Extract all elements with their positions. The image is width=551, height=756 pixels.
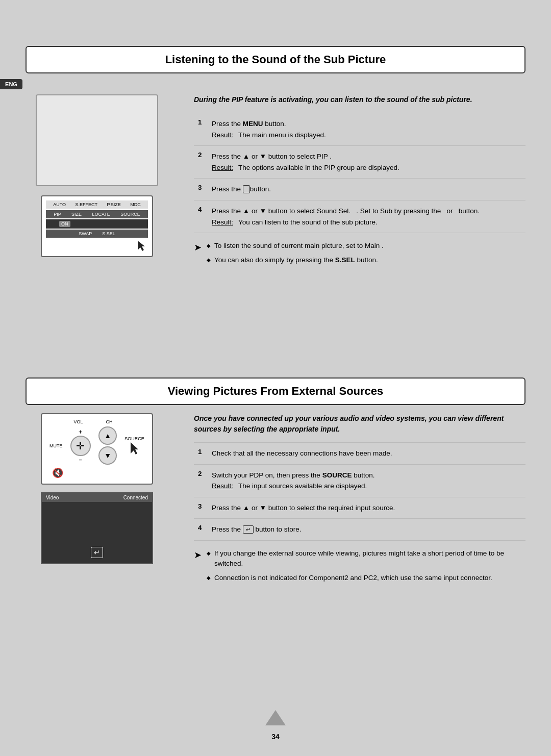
ch-control: ▲ ▼ [98,426,117,465]
s2-step2-num: 2 [194,464,209,497]
section2-notes: ➤ If you change the external source whil… [194,548,525,588]
page: ENG Listening to the Sound of the Sub Pi… [0,0,551,756]
menu-bold: MENU [243,120,263,128]
step4-result-text: You can listen to the sound of the sub p… [238,217,378,228]
vol-minus: － [78,456,83,464]
s2-notes-arrow-icon: ➤ [194,549,202,588]
ch-down-icon: ▼ [104,451,111,460]
video-label: Video [46,495,59,500]
step1-result-text: The main menu is displayed. [238,130,326,141]
section2-intro: Once you have connected up your various … [194,413,525,435]
section1-intro: During the PIP feature is activating, yo… [194,94,525,105]
s2-step2-text: Switch your PDP on, then press the SOURC… [212,470,523,481]
pip-seffect-label: S.EFFECT [76,202,98,207]
svg-marker-1 [131,442,138,455]
step1-row: 1 Press the MENU button. Result: The mai… [194,113,525,146]
step4-result-label: Result: [212,217,233,228]
locate-label: LOCATE [92,212,110,217]
pip-mdc-label: MDC [130,202,141,207]
source-label: SOURCE [124,436,144,441]
s2-step2-result-text: The input sources available are displaye… [238,481,367,492]
speaker-row: 🔇 [47,467,147,478]
step1-content: Press the MENU button. Result: The main … [209,113,525,146]
s2-step4-row: 4 Press the ↵ button to store. [194,519,525,541]
s2-step1-row: 1 Check that all the necessary connectio… [194,443,525,465]
eng-badge: ENG [0,79,22,89]
remote-control-image: VOL CH MUTE ＋ ✛ － ▲ [41,413,153,485]
pip-menu-row2: ON [46,219,148,229]
speaker-icon: 🔇 [52,467,63,478]
pip-psize-label: P.SIZE [107,202,120,207]
vol-cross-icon: ✛ [76,440,85,452]
step3-num: 3 [194,179,209,200]
step2-text: Press the ▲ or ▼ button to select PIP . [212,151,523,162]
page-triangle-decoration [265,710,286,725]
step3-content: Press the button. [209,179,525,200]
pip-menu-image: AUTO S.EFFECT P.SIZE MDC PIP SIZE LOCATE… [41,195,153,257]
ssel-label: S.SEL [102,231,115,236]
ch-label: CH [106,419,112,424]
page-number: 34 [271,733,280,741]
vol-plus: ＋ [78,428,83,436]
pip-label: PIP [54,212,61,217]
s2-step2-content: Switch your PDP on, then press the SOURC… [209,464,525,497]
s2-step3-row: 3 Press the ▲ or ▼ button to select the … [194,497,525,519]
section2-steps-table: 1 Check that all the necessary connectio… [194,442,525,541]
pip-on-label: ON [59,221,70,227]
section1-notes: ➤ To listen the sound of current main pi… [194,241,525,270]
source-display-image: Video Connected ↵ [41,492,153,564]
pip-auto-label: AUTO [53,202,66,207]
s2-note2-item: Connection is not indicated for Componen… [207,573,525,583]
step2-result-label: Result: [212,162,233,173]
section1-steps-table: 1 Press the MENU button. Result: The mai… [194,113,525,233]
s2-note1-item: If you change the external source while … [207,548,525,569]
vol-control: ＋ ✛ － [70,428,91,464]
size-label: SIZE [71,212,82,217]
step2-result: Result: The options available in the PIP… [212,162,523,173]
s2-step2-row: 2 Switch your PDP on, then press the SOU… [194,464,525,497]
ch-down-btn: ▼ [98,446,117,465]
vol-label: VOL [73,419,83,424]
section2-right-col: Once you have connected up your various … [194,413,525,588]
step1-text: Press the MENU button. [212,118,523,130]
notes-arrow-icon: ➤ [194,242,202,270]
mute-label: MUTE [49,443,63,448]
section2-notes-list: If you change the external source while … [207,548,525,588]
s2-step2-result: Result: The input sources available are … [212,481,523,492]
step3-button-icon [243,185,250,193]
source-label: SOURCE [120,212,140,217]
enter-icon: ↵ [91,547,103,558]
step3-text: Press the button. [212,184,523,195]
pip-menu-top-labels: AUTO S.EFFECT P.SIZE MDC [46,200,148,209]
swap-label: SWAP [79,231,92,236]
step1-num: 1 [194,113,209,146]
section1-right-col: During the PIP feature is activating, yo… [194,94,525,270]
section1-title: Listening to the Sound of the Sub Pictur… [26,46,525,73]
pip-menu-row1: PIP SIZE LOCATE SOURCE [46,210,148,218]
vol-circle: ✛ [70,436,91,456]
step1-result-label: Result: [212,130,233,141]
step4-row: 4 Press the ▲ or ▼ button to select Soun… [194,200,525,233]
step4-num: 4 [194,200,209,233]
source-display-body: ↵ [42,502,152,563]
cursor-indicator [46,240,148,252]
s2-step3-num: 3 [194,497,209,519]
section1-left-col: AUTO S.EFFECT P.SIZE MDC PIP SIZE LOCATE… [26,94,168,257]
step4-content: Press the ▲ or ▼ button to select Sound … [209,200,525,233]
section2-title: Viewing Pictures From External Sources [26,377,525,405]
s2-step1-num: 1 [194,443,209,465]
mute-button: MUTE [49,443,63,448]
section2-left-col: VOL CH MUTE ＋ ✛ － ▲ [26,413,168,564]
step2-result-text: The options available in the PIP group a… [238,162,399,173]
s2-step2-result-label: Result: [212,481,233,492]
remote-top-labels: VOL CH [47,419,147,424]
ch-up-btn: ▲ [98,426,117,445]
cursor-arrow-icon [136,240,148,252]
ch-up-icon: ▲ [104,432,111,440]
step4-text: Press the ▲ or ▼ button to select Sound … [212,206,523,217]
step4-result: Result: You can listen to the sound of t… [212,217,523,228]
source-button: SOURCE [124,436,144,456]
source-display-header: Video Connected [42,493,152,502]
section1-notes-list: To listen the sound of current main pict… [207,241,384,270]
s2-step3-text: Press the ▲ or ▼ button to select the re… [212,502,523,514]
